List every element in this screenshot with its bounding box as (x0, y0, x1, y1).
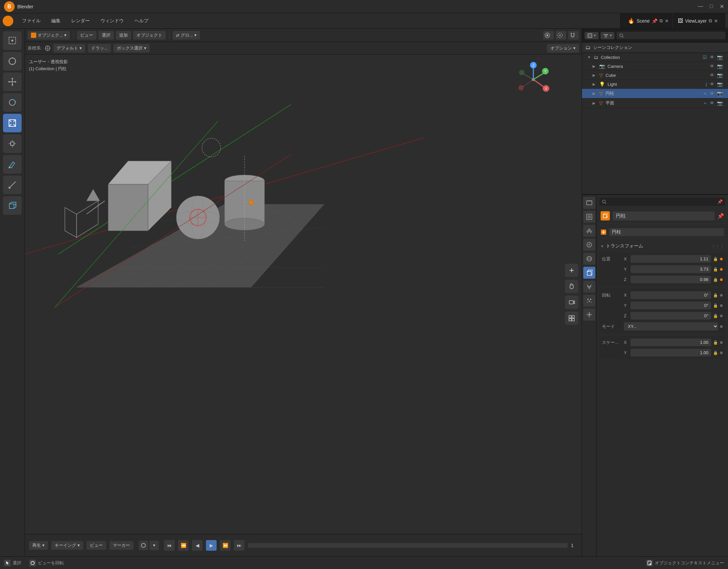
select-menu[interactable]: 選択 (98, 31, 114, 40)
props-object-icon[interactable] (583, 267, 595, 279)
scale-x-lock[interactable]: 🔒 (713, 340, 718, 345)
proportional-edit[interactable] (556, 31, 566, 40)
tool-select-box[interactable] (3, 31, 22, 50)
pos-y-input[interactable]: 3.73 (631, 266, 711, 273)
add-menu[interactable]: 追加 (116, 31, 131, 40)
menu-window[interactable]: ウィンドウ (96, 16, 128, 26)
outliner-mode-btn[interactable]: ▾ (585, 32, 599, 39)
light-render[interactable]: 📷 (717, 82, 723, 87)
outliner-item-cylinder[interactable]: ▶ ▽ 円柱 ⤷ 👁 📷 (582, 89, 728, 98)
outliner-search-input[interactable] (626, 33, 723, 38)
keying-dropdown[interactable]: キーイング ▾ (51, 541, 83, 550)
play-back[interactable]: ◀ (192, 540, 203, 551)
drag-mode[interactable]: ドラッ... (88, 44, 111, 53)
snap-toggle[interactable] (543, 31, 554, 40)
outliner-item-cube[interactable]: ▶ ▽ Cube 👁 📷 (582, 71, 728, 80)
jump-to-start[interactable]: ⏮ (164, 540, 175, 551)
scale-y-lock[interactable]: 🔒 (713, 350, 718, 355)
pos-z-input[interactable]: 0.98 (631, 276, 711, 284)
menu-render[interactable]: レンダー (67, 16, 94, 26)
transform-section-header[interactable]: ▼ トランスフォーム ⋮⋮⋮ (599, 241, 725, 251)
cube-visibility[interactable]: 👁 (710, 73, 714, 78)
tool-cursor[interactable] (3, 52, 22, 71)
timeline-bar[interactable] (248, 543, 568, 548)
rot-x-lock[interactable]: 🔒 (713, 293, 718, 297)
maximize-btn[interactable]: □ (710, 3, 713, 10)
props-obj-pin[interactable]: 📌 (717, 213, 724, 219)
plane-visibility[interactable]: 👁 (710, 100, 714, 106)
plane-render[interactable]: 📷 (717, 100, 723, 106)
cam-visibility[interactable]: 👁 (710, 64, 714, 69)
props-obj-name-input[interactable]: 円柱 (613, 212, 715, 221)
grid-view-btn[interactable] (565, 311, 578, 325)
scale-y-input[interactable]: 1.00 (631, 349, 711, 356)
scene-pin-icon[interactable]: 📌 (652, 18, 657, 24)
jump-to-end[interactable]: ⏭ (234, 540, 245, 551)
props-physics-icon[interactable] (583, 308, 595, 320)
scene-copy-icon[interactable]: ⧉ (659, 18, 663, 24)
play-dropdown[interactable]: 再生 ▾ (29, 541, 48, 550)
tool-measure[interactable] (3, 176, 22, 194)
col-render[interactable]: 📷 (717, 55, 723, 60)
outliner-filter-btn[interactable]: ▾ (601, 32, 615, 39)
play-forward-fast[interactable]: ⏩ (220, 540, 231, 551)
pos-x-input[interactable]: 1.11 (631, 255, 711, 263)
pos-y-lock[interactable]: 🔒 (713, 267, 718, 272)
props-view-layer-icon[interactable] (583, 225, 595, 237)
menu-edit[interactable]: 編集 (47, 16, 65, 26)
outliner-item-light[interactable]: ▶ 💡 Light ( 👁 📷 (582, 80, 728, 89)
props-search-input[interactable] (609, 199, 715, 204)
tool-transform[interactable] (3, 134, 22, 153)
scale-x-input[interactable]: 1.00 (631, 338, 711, 346)
tool-rotate[interactable] (3, 93, 22, 112)
play-forward[interactable]: ▶ (206, 540, 217, 551)
view-menu[interactable]: ビュー (77, 31, 96, 40)
timeline-marker[interactable]: マーカー (109, 541, 133, 550)
close-btn[interactable]: ✕ (720, 3, 724, 10)
outliner-collection[interactable]: ▼ 🗂 Collection ☑ 👁 📷 (582, 53, 728, 62)
rot-x-input[interactable]: 0° (631, 291, 711, 299)
rot-y-input[interactable]: 0° (631, 301, 711, 309)
cyl-render[interactable]: 📷 (717, 91, 723, 96)
props-render-icon[interactable] (583, 197, 595, 209)
cyl-visibility[interactable]: 👁 (710, 91, 714, 96)
mode-selector[interactable]: オブジェク... ▾ (28, 31, 70, 40)
props-pin-icon[interactable]: 📌 (717, 199, 723, 204)
props-scene-icon[interactable] (583, 239, 595, 251)
object-menu[interactable]: オブジェクト (133, 31, 166, 40)
pos-z-lock[interactable]: 🔒 (713, 278, 718, 282)
viewport-gizmo[interactable]: Z X Y (515, 61, 548, 95)
camera-view-btn[interactable] (565, 295, 578, 309)
magnet-btn[interactable] (568, 31, 579, 40)
tool-move[interactable] (3, 73, 22, 91)
options-btn[interactable]: オプション ▾ (547, 44, 579, 53)
rotation-mode-select[interactable]: XY... XYZ Quaternion (624, 322, 718, 330)
datablock-name-input[interactable]: 円柱 (609, 228, 724, 236)
rot-y-lock[interactable]: 🔒 (713, 303, 718, 308)
keyframe-circle-btn[interactable] (139, 541, 148, 550)
coord-dropdown[interactable]: デフォルト ▾ (53, 44, 85, 53)
props-modifier-icon[interactable] (583, 281, 595, 292)
menu-help[interactable]: ヘルプ (130, 16, 153, 26)
minimize-btn[interactable]: — (698, 3, 703, 10)
props-world-icon[interactable] (583, 253, 595, 265)
outliner-item-camera[interactable]: ▶ 📷 Camera 👁 📷 (582, 62, 728, 71)
pos-x-lock[interactable]: 🔒 (713, 257, 718, 262)
cam-render[interactable]: 📷 (717, 64, 723, 69)
transform-selector[interactable]: ⇄ グロ... ▾ (173, 31, 200, 40)
jump-back[interactable]: ⏪ (178, 540, 189, 551)
rot-z-input[interactable]: 0° (631, 312, 711, 319)
viewport-canvas[interactable]: ユーザー・透視投影 (1) Collection | 円柱 Z X (25, 55, 582, 534)
scene-close-icon[interactable]: ✕ (665, 18, 669, 24)
viewlayer-copy-icon[interactable]: ⧉ (709, 18, 712, 24)
tool-add-cube[interactable]: + (3, 196, 22, 215)
viewlayer-close-icon[interactable]: ✕ (714, 18, 718, 24)
props-particles-icon[interactable] (583, 294, 595, 306)
col-checkbox[interactable]: ☑ (703, 55, 707, 60)
rot-z-lock[interactable]: 🔒 (713, 313, 718, 318)
outliner-item-plane[interactable]: ▶ ▽ 平面 ⤷ 👁 📷 (582, 98, 728, 108)
col-visibility[interactable]: 👁 (710, 55, 714, 60)
box-select[interactable]: ボックス選択 ▾ (113, 44, 150, 53)
menu-file[interactable]: ファイル (17, 16, 45, 26)
timeline-view[interactable]: ビュー (87, 541, 106, 550)
